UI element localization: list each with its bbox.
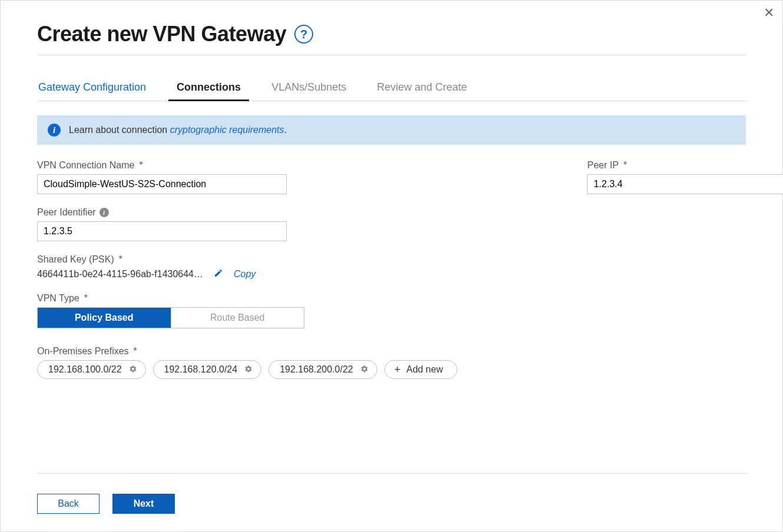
label-vpn-type: VPN Type * — [37, 293, 457, 304]
tab-vlans-subnets[interactable]: VLANs/Subnets — [270, 75, 347, 101]
form-grid: VPN Connection Name * Peer Identifier i … — [37, 160, 746, 392]
label-text: On-Premises Prefixes — [37, 346, 129, 357]
vpn-type-route-based[interactable]: Route Based — [171, 308, 304, 328]
label-text: VPN Connection Name — [37, 160, 134, 171]
form-col-left: VPN Connection Name * Peer Identifier i … — [37, 160, 457, 392]
gear-icon[interactable] — [360, 365, 369, 375]
dialog-frame: ✕ Create new VPN Gateway ? Gateway Confi… — [0, 0, 783, 532]
add-new-label: Add new — [406, 364, 443, 375]
prefix-value: 192.168.120.0/24 — [164, 364, 238, 375]
vpn-type-toggle: Policy Based Route Based — [37, 307, 304, 328]
label-shared-key: Shared Key (PSK) * — [37, 254, 457, 265]
prefixes-chips: 192.168.100.0/22 192.168.120.0/24 192.16… — [37, 360, 457, 379]
form-col-right: Peer IP * — [587, 160, 783, 392]
label-text: Shared Key (PSK) — [37, 254, 114, 265]
prefix-chip: 192.168.120.0/24 — [153, 360, 262, 379]
gear-icon[interactable] — [244, 365, 253, 375]
field-vpn-connection-name: VPN Connection Name * — [37, 160, 457, 194]
info-suffix: . — [284, 125, 287, 135]
label-vpn-connection-name: VPN Connection Name * — [37, 160, 457, 171]
tab-connections[interactable]: Connections — [175, 75, 242, 101]
gear-icon[interactable] — [129, 365, 137, 375]
label-peer-identifier: Peer Identifier i — [37, 207, 457, 218]
prefix-value: 192.168.200.0/22 — [280, 364, 353, 375]
field-shared-key: Shared Key (PSK) * 4664411b-0e24-4115-96… — [37, 254, 457, 280]
add-prefix-button[interactable]: + Add new — [384, 360, 458, 379]
input-vpn-connection-name[interactable] — [37, 174, 287, 194]
prefix-value: 192.168.100.0/22 — [48, 364, 122, 375]
field-vpn-type: VPN Type * Policy Based Route Based — [37, 293, 457, 328]
prefix-chip: 192.168.200.0/22 — [268, 360, 377, 379]
help-icon[interactable]: ? — [294, 25, 313, 44]
label-peer-ip: Peer IP * — [587, 160, 783, 171]
label-text: Peer IP — [587, 160, 618, 171]
required-marker: * — [119, 254, 122, 265]
tab-gateway-configuration[interactable]: Gateway Configuration — [37, 75, 147, 101]
info-banner: i Learn about connection cryptographic r… — [37, 115, 746, 145]
peer-identifier-info-icon[interactable]: i — [99, 208, 109, 217]
tabs: Gateway Configuration Connections VLANs/… — [37, 75, 746, 101]
psk-value: 4664411b-0e24-4115-96ab-f1430644… — [37, 269, 203, 280]
plus-icon: + — [394, 364, 401, 375]
label-text: Peer Identifier — [37, 207, 96, 218]
vpn-type-policy-based[interactable]: Policy Based — [38, 308, 171, 328]
required-marker: * — [84, 293, 88, 304]
page-title: Create new VPN Gateway — [37, 22, 286, 46]
title-divider — [37, 55, 746, 55]
footer-divider — [37, 473, 746, 474]
title-row: Create new VPN Gateway ? — [37, 22, 746, 46]
field-peer-ip: Peer IP * — [587, 160, 783, 194]
footer-buttons: Back Next — [37, 494, 175, 514]
info-prefix: Learn about connection — [69, 125, 170, 135]
tab-review-create[interactable]: Review and Create — [376, 75, 468, 101]
label-text: VPN Type — [37, 293, 79, 304]
required-marker: * — [134, 346, 137, 357]
required-marker: * — [623, 160, 627, 171]
next-button[interactable]: Next — [112, 494, 175, 514]
edit-icon[interactable] — [214, 268, 223, 280]
prefix-chip: 192.168.100.0/22 — [37, 360, 146, 379]
info-link[interactable]: cryptographic requirements — [170, 125, 284, 135]
field-on-prem-prefixes: On-Premises Prefixes * 192.168.100.0/22 … — [37, 346, 457, 379]
info-icon: i — [48, 124, 61, 137]
input-peer-ip[interactable] — [587, 174, 783, 194]
psk-row: 4664411b-0e24-4115-96ab-f1430644… Copy — [37, 268, 457, 280]
info-text: Learn about connection cryptographic req… — [69, 125, 287, 135]
field-peer-identifier: Peer Identifier i — [37, 207, 457, 241]
back-button[interactable]: Back — [37, 494, 99, 514]
label-on-prem-prefixes: On-Premises Prefixes * — [37, 346, 457, 357]
close-icon[interactable]: ✕ — [764, 6, 774, 19]
copy-button[interactable]: Copy — [234, 269, 256, 280]
required-marker: * — [139, 160, 142, 171]
input-peer-identifier[interactable] — [37, 221, 287, 241]
